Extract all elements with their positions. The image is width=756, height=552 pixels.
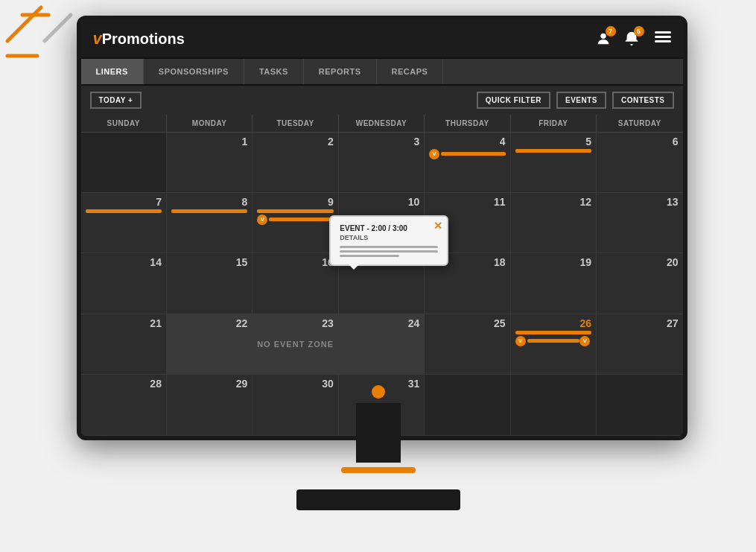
quick-filter-button[interactable]: QUICK FILTER — [477, 92, 550, 109]
table-row[interactable]: 3 — [339, 133, 425, 193]
orange-bar — [515, 331, 591, 334]
tab-liners[interactable]: LINERS — [81, 59, 144, 84]
screen-dot — [372, 385, 385, 399]
table-row[interactable]: 1 — [167, 133, 252, 193]
cell-number: 19 — [515, 256, 591, 268]
svg-line-0 — [7, 7, 41, 41]
table-row[interactable]: 16 — [252, 253, 338, 314]
header-icons: 7 5 — [595, 28, 671, 48]
stand-bar — [341, 467, 416, 473]
v-badge-end: V — [579, 336, 590, 346]
contests-button[interactable]: CONTESTS — [612, 92, 673, 109]
tab-reports[interactable]: REPORTS — [304, 59, 377, 84]
orange-bar — [515, 149, 591, 153]
table-row[interactable]: 27 — [597, 314, 682, 375]
table-row[interactable]: 24 — [339, 314, 425, 375]
event-row: V — [429, 149, 505, 159]
cell-number: 21 — [86, 317, 162, 329]
table-row[interactable]: 28 — [81, 375, 167, 435]
cell-number: 1 — [171, 136, 247, 147]
app-header: v Promotions 7 — [81, 20, 683, 59]
event-row-26: VV — [515, 336, 591, 346]
table-row[interactable] — [81, 133, 167, 193]
cell-number: 3 — [343, 136, 419, 147]
table-row[interactable] — [425, 375, 510, 435]
bell-badge: 5 — [634, 26, 644, 37]
table-row[interactable]: 20 — [597, 253, 682, 314]
event-bar — [269, 218, 333, 221]
table-row[interactable]: 12 — [511, 193, 597, 253]
table-row[interactable]: 10 — [339, 193, 425, 253]
cell-number: 10 — [343, 196, 419, 208]
table-row[interactable]: 18 — [425, 253, 510, 314]
table-row[interactable]: 11 — [425, 193, 510, 253]
svg-rect-7 — [655, 40, 671, 42]
toolbar: TODAY + QUICK FILTER EVENTS CONTESTS — [81, 86, 683, 115]
table-row[interactable]: 4V — [425, 133, 510, 193]
today-button[interactable]: TODAY + — [90, 92, 142, 109]
table-row[interactable]: 13 — [597, 193, 682, 253]
cal-day-headers: SUNDAY MONDAY TUESDAY WEDNESDAY THURSDAY… — [81, 115, 683, 133]
tab-recaps[interactable]: RECAPS — [377, 59, 444, 84]
cell-number: 27 — [601, 317, 678, 329]
orange-bar — [86, 209, 162, 213]
app-wrapper: v Promotions 7 — [81, 20, 683, 436]
table-row[interactable]: 14 — [81, 253, 167, 314]
table-row[interactable]: 5 — [511, 133, 597, 193]
table-row[interactable]: 30 — [252, 375, 338, 435]
app-logo: v Promotions — [93, 29, 185, 48]
cell-number: 4 — [429, 136, 505, 147]
table-row[interactable]: 29 — [167, 375, 252, 435]
cell-number: 23 — [257, 317, 333, 329]
user-icon-wrap[interactable]: 7 — [595, 31, 612, 47]
table-row[interactable]: 23NO EVENT ZONE — [252, 314, 338, 375]
table-row[interactable]: 6 — [597, 133, 682, 193]
svg-rect-6 — [655, 36, 671, 38]
table-row[interactable]: 8 — [167, 193, 252, 253]
cell-number: 29 — [171, 378, 247, 390]
v-badge: V — [257, 215, 267, 225]
stand-base — [296, 489, 460, 510]
table-row[interactable]: 9V✕EVENT - 2:00 / 3:00DETAILS — [252, 193, 338, 253]
cell-number: 26 — [515, 317, 591, 329]
cell-number: 12 — [515, 196, 591, 208]
monitor-screen: v Promotions 7 — [77, 16, 687, 440]
table-row[interactable]: 26VV — [511, 314, 597, 375]
cell-number: 13 — [601, 196, 678, 208]
cell-number: 6 — [601, 136, 678, 147]
table-row[interactable]: 21 — [81, 314, 167, 375]
cell-number: 25 — [429, 317, 505, 329]
cell-number: 16 — [257, 256, 333, 268]
cell-number: 22 — [171, 317, 247, 329]
user-badge: 7 — [606, 26, 616, 37]
table-row[interactable]: 19 — [511, 253, 597, 314]
col-wednesday: WEDNESDAY — [339, 115, 425, 132]
bell-icon-wrap[interactable]: 5 — [623, 31, 640, 47]
col-thursday: THURSDAY — [425, 115, 510, 132]
svg-point-4 — [600, 33, 606, 38]
cell-number: 17 — [343, 256, 419, 268]
table-row[interactable]: 25 — [425, 314, 510, 375]
col-friday: FRIDAY — [511, 115, 597, 132]
nav-tabs: LINERS SPONSORSHIPS TASKS REPORTS RECAPS — [81, 59, 683, 86]
hamburger-icon[interactable] — [655, 28, 671, 48]
cell-number: 20 — [601, 256, 678, 268]
table-row[interactable]: 7 — [81, 193, 167, 253]
no-event-text: NO EVENT ZONE — [257, 340, 334, 349]
table-row[interactable] — [597, 375, 682, 435]
col-sunday: SUNDAY — [81, 115, 167, 132]
table-row[interactable]: 15 — [167, 253, 252, 314]
tab-tasks[interactable]: TASKS — [244, 59, 304, 84]
cell-number: 15 — [171, 256, 247, 268]
table-row[interactable]: 2 — [252, 133, 338, 193]
event-row: V — [257, 215, 333, 225]
cell-number: 7 — [86, 196, 162, 208]
table-row[interactable]: 17 — [339, 253, 425, 314]
events-button[interactable]: EVENTS — [556, 92, 606, 109]
tab-sponsorships[interactable]: SPONSORSHIPS — [144, 59, 244, 84]
cell-number: 28 — [86, 378, 162, 390]
stand-neck — [356, 403, 401, 463]
table-row[interactable]: 22 — [167, 314, 252, 375]
svg-rect-5 — [655, 31, 671, 34]
table-row[interactable] — [511, 375, 597, 435]
